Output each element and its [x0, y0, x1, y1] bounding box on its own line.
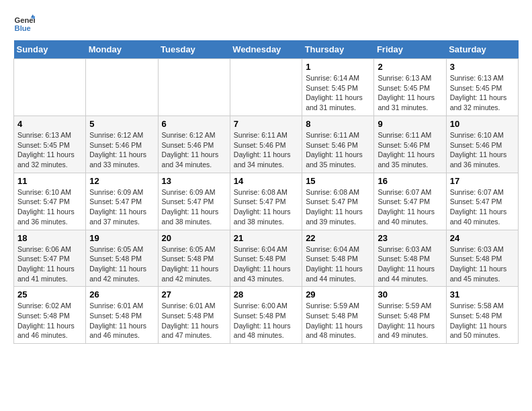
day-number: 12 — [89, 176, 154, 186]
calendar-cell — [14, 59, 86, 116]
day-number: 22 — [306, 233, 370, 243]
weekday-header-sunday: Sunday — [14, 40, 86, 59]
calendar-cell: 1Sunrise: 6:14 AM Sunset: 5:45 PM Daylig… — [302, 59, 374, 116]
page-header: General Blue — [13, 13, 519, 35]
calendar-cell: 24Sunrise: 6:03 AM Sunset: 5:48 PM Dayli… — [446, 230, 518, 287]
calendar-week-row-5: 25Sunrise: 6:02 AM Sunset: 5:48 PM Dayli… — [14, 287, 519, 344]
calendar-cell: 6Sunrise: 6:12 AM Sunset: 5:46 PM Daylig… — [158, 116, 230, 173]
calendar-cell: 13Sunrise: 6:09 AM Sunset: 5:47 PM Dayli… — [158, 173, 230, 230]
day-number: 31 — [450, 289, 515, 300]
day-info: Sunrise: 6:10 AM Sunset: 5:46 PM Dayligh… — [450, 130, 515, 170]
day-number: 19 — [89, 233, 154, 243]
calendar-cell: 12Sunrise: 6:09 AM Sunset: 5:47 PM Dayli… — [86, 173, 158, 230]
day-number: 13 — [162, 176, 226, 186]
day-number: 11 — [17, 176, 82, 186]
day-info: Sunrise: 6:13 AM Sunset: 5:45 PM Dayligh… — [17, 130, 82, 170]
day-info: Sunrise: 6:11 AM Sunset: 5:46 PM Dayligh… — [234, 130, 298, 170]
calendar-cell: 27Sunrise: 6:01 AM Sunset: 5:48 PM Dayli… — [158, 287, 230, 344]
day-info: Sunrise: 6:01 AM Sunset: 5:48 PM Dayligh… — [89, 301, 154, 340]
calendar-cell — [86, 59, 158, 116]
day-number: 10 — [450, 119, 515, 129]
calendar-cell: 9Sunrise: 6:11 AM Sunset: 5:46 PM Daylig… — [374, 116, 446, 173]
day-info: Sunrise: 6:03 AM Sunset: 5:48 PM Dayligh… — [378, 244, 442, 284]
day-number: 18 — [17, 233, 82, 243]
day-info: Sunrise: 6:05 AM Sunset: 5:48 PM Dayligh… — [89, 244, 154, 284]
day-info: Sunrise: 6:02 AM Sunset: 5:48 PM Dayligh… — [17, 301, 82, 340]
day-number: 17 — [450, 176, 515, 186]
day-info: Sunrise: 6:12 AM Sunset: 5:46 PM Dayligh… — [89, 130, 154, 170]
calendar-cell: 20Sunrise: 6:05 AM Sunset: 5:48 PM Dayli… — [158, 230, 230, 287]
day-number: 23 — [378, 233, 442, 243]
calendar-cell: 4Sunrise: 6:13 AM Sunset: 5:45 PM Daylig… — [14, 116, 86, 173]
calendar-cell: 28Sunrise: 6:00 AM Sunset: 5:48 PM Dayli… — [230, 287, 302, 344]
calendar-cell: 22Sunrise: 6:04 AM Sunset: 5:48 PM Dayli… — [302, 230, 374, 287]
day-info: Sunrise: 6:01 AM Sunset: 5:48 PM Dayligh… — [162, 301, 226, 340]
day-number: 1 — [306, 62, 370, 72]
svg-text:Blue: Blue — [15, 24, 31, 32]
day-info: Sunrise: 6:11 AM Sunset: 5:46 PM Dayligh… — [378, 130, 442, 170]
calendar-week-row-4: 18Sunrise: 6:06 AM Sunset: 5:47 PM Dayli… — [14, 230, 519, 287]
day-info: Sunrise: 6:14 AM Sunset: 5:45 PM Dayligh… — [306, 73, 370, 113]
calendar-cell: 15Sunrise: 6:08 AM Sunset: 5:47 PM Dayli… — [302, 173, 374, 230]
day-info: Sunrise: 6:08 AM Sunset: 5:47 PM Dayligh… — [234, 187, 298, 227]
calendar-cell: 30Sunrise: 5:59 AM Sunset: 5:48 PM Dayli… — [374, 287, 446, 344]
calendar-cell: 18Sunrise: 6:06 AM Sunset: 5:47 PM Dayli… — [14, 230, 86, 287]
calendar-cell: 19Sunrise: 6:05 AM Sunset: 5:48 PM Dayli… — [86, 230, 158, 287]
calendar-cell: 16Sunrise: 6:07 AM Sunset: 5:47 PM Dayli… — [374, 173, 446, 230]
day-info: Sunrise: 6:12 AM Sunset: 5:46 PM Dayligh… — [162, 130, 226, 170]
weekday-header-friday: Friday — [374, 40, 446, 59]
weekday-header-row: SundayMondayTuesdayWednesdayThursdayFrid… — [14, 40, 519, 59]
calendar-cell: 10Sunrise: 6:10 AM Sunset: 5:46 PM Dayli… — [446, 116, 518, 173]
calendar-cell: 23Sunrise: 6:03 AM Sunset: 5:48 PM Dayli… — [374, 230, 446, 287]
calendar-week-row-3: 11Sunrise: 6:10 AM Sunset: 5:47 PM Dayli… — [14, 173, 519, 230]
day-number: 5 — [89, 119, 154, 129]
weekday-header-wednesday: Wednesday — [230, 40, 302, 59]
day-info: Sunrise: 6:09 AM Sunset: 5:47 PM Dayligh… — [89, 187, 154, 227]
day-info: Sunrise: 6:08 AM Sunset: 5:47 PM Dayligh… — [306, 187, 370, 227]
day-number: 4 — [17, 119, 82, 129]
calendar-cell: 5Sunrise: 6:12 AM Sunset: 5:46 PM Daylig… — [86, 116, 158, 173]
day-number: 20 — [162, 233, 226, 243]
day-number: 24 — [450, 233, 515, 243]
day-info: Sunrise: 6:04 AM Sunset: 5:48 PM Dayligh… — [306, 244, 370, 284]
weekday-header-saturday: Saturday — [446, 40, 518, 59]
weekday-header-tuesday: Tuesday — [158, 40, 230, 59]
day-number: 29 — [306, 289, 370, 300]
weekday-header-monday: Monday — [86, 40, 158, 59]
day-info: Sunrise: 6:10 AM Sunset: 5:47 PM Dayligh… — [17, 187, 82, 227]
day-number: 3 — [450, 62, 515, 72]
day-info: Sunrise: 5:59 AM Sunset: 5:48 PM Dayligh… — [378, 301, 442, 340]
calendar-cell: 25Sunrise: 6:02 AM Sunset: 5:48 PM Dayli… — [14, 287, 86, 344]
day-number: 30 — [378, 289, 442, 300]
day-number: 2 — [378, 62, 442, 72]
day-number: 21 — [234, 233, 298, 243]
day-info: Sunrise: 5:59 AM Sunset: 5:48 PM Dayligh… — [306, 301, 370, 340]
calendar-cell: 21Sunrise: 6:04 AM Sunset: 5:48 PM Dayli… — [230, 230, 302, 287]
day-number: 15 — [306, 176, 370, 186]
calendar-table: SundayMondayTuesdayWednesdayThursdayFrid… — [13, 40, 519, 344]
day-number: 25 — [17, 289, 82, 300]
calendar-cell: 29Sunrise: 5:59 AM Sunset: 5:48 PM Dayli… — [302, 287, 374, 344]
weekday-header-thursday: Thursday — [302, 40, 374, 59]
day-number: 7 — [234, 119, 298, 129]
day-number: 27 — [162, 289, 226, 300]
calendar-cell — [230, 59, 302, 116]
day-number: 14 — [234, 176, 298, 186]
calendar-cell — [158, 59, 230, 116]
calendar-cell: 11Sunrise: 6:10 AM Sunset: 5:47 PM Dayli… — [14, 173, 86, 230]
day-info: Sunrise: 6:09 AM Sunset: 5:47 PM Dayligh… — [162, 187, 226, 227]
day-info: Sunrise: 6:03 AM Sunset: 5:48 PM Dayligh… — [450, 244, 515, 284]
calendar-cell: 26Sunrise: 6:01 AM Sunset: 5:48 PM Dayli… — [86, 287, 158, 344]
logo: General Blue — [13, 13, 35, 35]
calendar-cell: 17Sunrise: 6:07 AM Sunset: 5:47 PM Dayli… — [446, 173, 518, 230]
day-info: Sunrise: 6:06 AM Sunset: 5:47 PM Dayligh… — [17, 244, 82, 284]
calendar-cell: 2Sunrise: 6:13 AM Sunset: 5:45 PM Daylig… — [374, 59, 446, 116]
calendar-cell: 3Sunrise: 6:13 AM Sunset: 5:45 PM Daylig… — [446, 59, 518, 116]
day-info: Sunrise: 6:07 AM Sunset: 5:47 PM Dayligh… — [378, 187, 442, 227]
calendar-cell: 31Sunrise: 5:58 AM Sunset: 5:48 PM Dayli… — [446, 287, 518, 344]
day-number: 9 — [378, 119, 442, 129]
day-info: Sunrise: 6:13 AM Sunset: 5:45 PM Dayligh… — [378, 73, 442, 113]
calendar-cell: 8Sunrise: 6:11 AM Sunset: 5:46 PM Daylig… — [302, 116, 374, 173]
day-info: Sunrise: 6:13 AM Sunset: 5:45 PM Dayligh… — [450, 73, 515, 113]
logo-icon: General Blue — [13, 13, 35, 35]
